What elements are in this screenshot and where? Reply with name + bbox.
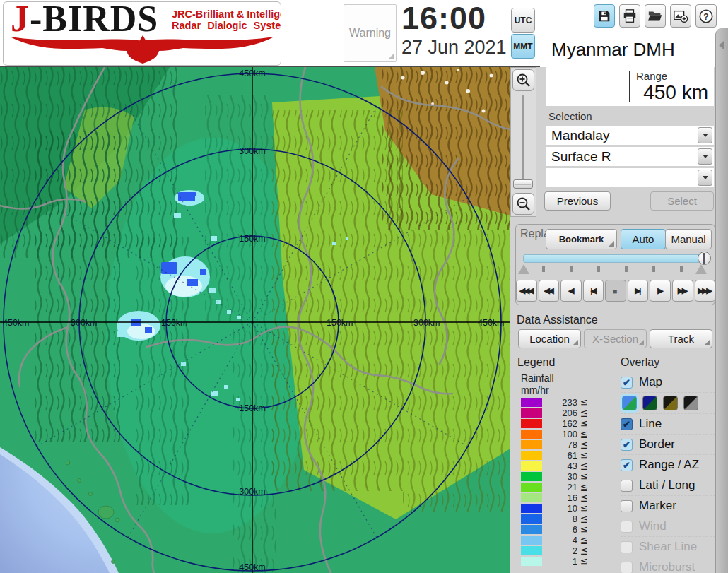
station-name: Myanmar DMH [546,35,714,64]
slider-start-marker[interactable] [518,264,529,274]
playback-step-last-button[interactable]: ▶| [628,280,649,302]
map-style-black-gray-button[interactable] [683,396,698,410]
range-ring-label: 450km [239,69,266,78]
legend-item: 61≦ [521,450,588,461]
legend-value: 10 [551,503,577,514]
legend-title-rainfall: Rainfall [521,372,554,384]
legend-value: 21 [551,482,577,492]
playback-forward-button[interactable]: ▶▶ [672,280,693,302]
legend-item: 30≦ [521,471,588,482]
chevron-down-icon[interactable] [698,127,712,143]
map-zoom-control [510,67,536,217]
legend-value: 16 [551,492,577,503]
add-image-button[interactable] [670,4,691,28]
timezone-utc-button[interactable]: UTC [511,8,535,33]
range-value: 450 km [643,81,708,104]
playback-rewind-fast-button[interactable]: ◀◀◀ [516,280,537,302]
lati-long-label: Lati / Long [639,478,695,492]
replay-slider-track[interactable] [523,254,710,263]
clock-time: 16:00 [401,0,486,37]
chevron-down-icon[interactable] [698,170,712,186]
range-divider [629,71,630,102]
zoom-slider-thumb[interactable] [513,179,533,189]
map-style-blue-green-button[interactable] [622,396,637,410]
legend-color-swatch [521,483,542,492]
open-folder-button[interactable] [645,4,666,28]
legend-value: 61 [551,450,577,461]
legend-value: 78 [551,439,577,450]
range-label: Range [636,70,667,82]
help-button[interactable]: ? [695,4,717,28]
print-button[interactable] [619,4,640,28]
map-style-black-olive-button[interactable] [663,396,678,410]
radar-map[interactable]: 450km300km150km150km300km450km450km300km… [0,67,510,573]
selection-dropdown-3[interactable] [546,168,714,187]
playback-play-reverse-button[interactable]: ◀ [560,280,582,302]
wind-label: Wind [639,519,667,533]
range-az-checkbox[interactable]: ✔ [621,459,633,471]
overlay-row-lati-long: Lati / Long [621,475,715,496]
legend-item: 6≦ [521,524,588,535]
timezone-mmt-button[interactable]: MMT [511,34,535,59]
border-checkbox[interactable]: ✔ [621,439,633,451]
range-ring-label: 300km [239,487,266,497]
microburst-checkbox [621,562,633,573]
logo-title-j: J [11,1,30,39]
marker-checkbox[interactable] [621,500,633,512]
playback-play-button[interactable]: ▶ [650,280,671,302]
playback-step-first-button[interactable]: |◀ [583,280,604,302]
zoom-in-button[interactable] [512,69,534,91]
playback-stop-button[interactable]: ■ [605,280,626,302]
legend-operator: ≦ [580,397,588,408]
legend-operator: ≦ [580,418,588,429]
map-style-selector [621,393,715,414]
legend-color-swatch [521,536,542,545]
shear-line-checkbox [621,541,633,553]
toolbar-divider [544,33,714,33]
slider-end-marker[interactable] [695,264,707,274]
map-style-navy-green-button[interactable] [642,396,657,410]
track-button[interactable]: Track [650,329,712,348]
logo-title-birds: -BIRDS [30,1,158,39]
chevron-down-icon[interactable] [698,148,712,165]
legend-color-swatch [521,504,542,513]
range-ring-label: 300km [413,318,440,328]
previous-button[interactable]: Previous [544,191,611,211]
playback-forward-fast-button[interactable]: ▶▶▶ [695,280,716,302]
legend-item: 233≦ [521,397,588,408]
legend-operator: ≦ [580,492,588,503]
legend-operator: ≦ [580,503,588,514]
dropdown-value: Surface R [551,148,611,166]
range-ring-label: 300km [71,318,98,328]
playback-rewind-button[interactable]: ◀◀ [539,280,560,302]
map-checkbox[interactable]: ✔ [621,377,633,389]
header-bar: J-BIRDS JRC-Brilliant & Intelligent Rada… [0,0,728,67]
selection-dropdown-2[interactable]: Surface R [546,147,714,166]
zoom-slider-track[interactable] [522,95,524,188]
border-label: Border [639,437,675,451]
legend-item: 43≦ [521,461,588,471]
overlay-row-marker: Marker [621,496,715,516]
overlay-heading: Overlay [621,356,659,369]
select-button: Select [650,191,714,211]
line-checkbox[interactable]: ✔ [621,418,633,430]
legend-value: 100 [551,429,577,439]
slider-tick [597,266,600,272]
save-button[interactable] [594,4,615,28]
auto-mode-button[interactable]: Auto [621,229,666,249]
lati-long-checkbox[interactable] [621,480,633,492]
selection-dropdown-1[interactable]: Mandalay [546,126,714,145]
overlay-row-line: ✔Line [621,414,715,435]
panel-collapse-strip[interactable] [715,28,728,573]
replay-slider-thumb[interactable] [698,252,711,265]
manual-mode-button[interactable]: Manual [665,229,712,249]
legend-color-swatch [521,546,542,555]
magnifier-minus-icon [516,196,532,212]
location-button[interactable]: Location [518,329,581,348]
legend-operator: ≦ [580,545,588,556]
slider-tick [625,266,628,272]
bookmark-button[interactable]: Bookmark [546,229,617,249]
zoom-out-button[interactable] [512,193,534,215]
clock-date: 27 Jun 2021 [401,37,507,59]
warning-button[interactable]: Warning [344,4,397,62]
